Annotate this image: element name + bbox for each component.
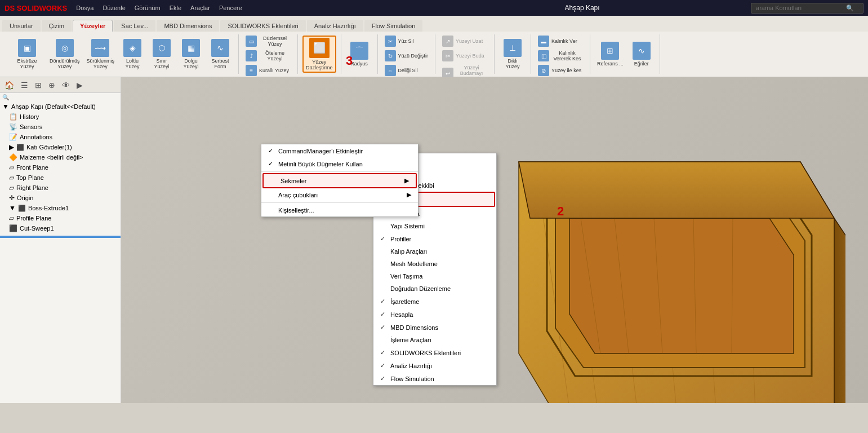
material-icon: 🔶 — [9, 153, 17, 161]
btn-loftlu-yuzey[interactable]: ◈ LoftluYüzey — [119, 38, 146, 70]
check-sub-hesapla: ✓ — [380, 311, 390, 318]
tab-mbd[interactable]: MBD Dimensions — [157, 20, 219, 32]
btn-dolgu-yuzeyi[interactable]: ▦ DolguYüzeyi — [177, 38, 204, 70]
menu-sep-1 — [261, 171, 418, 172]
btn-serbest-form[interactable]: ∿ SerbestForm — [207, 38, 234, 70]
svg-marker-10 — [569, 218, 794, 354]
sidebar-item-boss-extrude[interactable]: ▼ ⬛ Boss-Extrude1 — [0, 203, 121, 213]
sb-view-icon[interactable]: 👁 — [60, 79, 72, 91]
check-sub-profiller: ✓ — [380, 235, 390, 242]
sub-kalip[interactable]: Kalıp Araçları — [373, 245, 496, 258]
svg-marker-16 — [834, 218, 845, 403]
sb-grid-icon[interactable]: ⊞ — [33, 79, 44, 91]
sub-isaretleme[interactable]: ✓ İşaretleme — [373, 295, 496, 308]
btn-dondurulmus-yuzey[interactable]: ◎ DöndürülmüşYüzey — [47, 38, 82, 70]
tab-yuzeyler[interactable]: Yüzeyler — [73, 20, 113, 32]
btn-yuzu-degistir[interactable]: ↻ Yüzü Değiştir — [382, 49, 431, 63]
sb-list-icon[interactable]: ☰ — [19, 79, 30, 91]
menu-arac-cubuklari[interactable]: Araç çubukları ▶ — [261, 188, 418, 201]
check-sub-mbd: ✓ — [380, 324, 390, 331]
menu-sekmeler[interactable]: Sekmeler ▶ — [262, 173, 417, 188]
sidebar-item-origin[interactable]: ✛ Origin — [0, 193, 121, 203]
tab-unsurlar[interactable]: Unsurlar — [2, 20, 41, 32]
tab-cizim[interactable]: Çizim — [42, 20, 72, 32]
sidebar-item-annotations[interactable]: 📝 Annotations — [0, 132, 121, 142]
sub-hesapla[interactable]: ✓ Hesapla — [373, 308, 496, 321]
title-menu: Dosya Düzenle Görünüm Ekle Araçlar Pence… — [76, 5, 413, 11]
btn-egriler[interactable]: ∿ Eğriler — [628, 41, 655, 68]
menu-kisiselleştir[interactable]: Kişiselleştir... — [261, 204, 418, 216]
btn-ekstruze-yuzey[interactable]: ▣ Ekstrüze Yüzey — [9, 38, 45, 70]
btn-duzlemsel-yuzey[interactable]: ▭ Düzlemsel Yüzey — [243, 34, 293, 48]
menu-dosya[interactable]: Dosya — [76, 5, 94, 11]
arac-arrow-icon: ▶ — [407, 191, 411, 198]
btn-yuzeyi-uzat[interactable]: ↗ Yüzeyi Uzat — [440, 34, 485, 48]
window-title: Ahşap Kapı — [413, 4, 751, 12]
sub-isleme[interactable]: İşleme Araçları — [373, 334, 496, 346]
tab-flow[interactable]: Flow Simulation — [364, 20, 423, 32]
tab-sw-eklentileri[interactable]: SOLIDWORKS Eklentileri — [220, 20, 305, 32]
search-input[interactable] — [756, 5, 846, 11]
sb-home-icon[interactable]: 🏠 — [2, 79, 16, 91]
sidebar-item-sensors[interactable]: 📡 Sensors — [0, 122, 121, 132]
btn-deligi-sil[interactable]: ○ Deliği Sil — [382, 64, 420, 77]
solid-body-icon: ⬛ — [16, 144, 24, 151]
sub-mbd[interactable]: ✓ MBD Dimensions — [373, 321, 496, 334]
sidebar: 🏠 ☰ ⊞ ⊕ 👁 ▶ 🔍 ▼ Ahşap Kapı (Default<<Def… — [0, 77, 121, 403]
sidebar-item-cut-sweep[interactable]: ⬛ Cut-Sweep1 — [0, 223, 121, 233]
sb-arrow-icon[interactable]: ▶ — [74, 79, 85, 91]
sub-mesh[interactable]: Mesh Modelleme — [373, 258, 496, 270]
ribbon-tabs: Unsurlar Çizim Yüzeyler Sac Lev... MBD D… — [0, 16, 868, 32]
check-metinli: ✓ — [268, 160, 278, 167]
menu-duzenle[interactable]: Düzenle — [103, 5, 125, 11]
btn-yuz-sil[interactable]: ✂ Yüz Sil — [382, 34, 416, 48]
ribbon-content: ▣ Ekstrüze Yüzey ◎ DöndürülmüşYüzey ⟿ Sü… — [0, 32, 868, 77]
btn-yuzeyi-buda[interactable]: ✂ Yüzeyi Buda — [440, 49, 487, 63]
sub-flow-sim[interactable]: ✓ Flow Simulation — [373, 372, 496, 385]
btn-sinir-yuzeyi[interactable]: ⬡ SınırYüzeyi — [148, 38, 175, 70]
filter-icon: 🔍 — [0, 93, 121, 101]
origin-icon: ✛ — [9, 194, 15, 202]
menu-pencere[interactable]: Pencere — [219, 5, 242, 11]
btn-referans[interactable]: ⊞ Referans ... — [595, 41, 626, 68]
menu-commandmanager[interactable]: ✓ CommandManager'ı Etkinleştir — [261, 144, 418, 157]
sidebar-item-top-plane[interactable]: ▱ Top Plane — [0, 173, 121, 183]
sidebar-item-root[interactable]: ▼ Ahşap Kapı (Default<<Default) — [0, 101, 121, 112]
sidebar-item-profile-plane[interactable]: ▱ Profile Plane — [0, 213, 121, 223]
menu-gorunum[interactable]: Görünüm — [135, 5, 161, 11]
boss-icon: ▼ — [9, 204, 16, 212]
menu-araclar[interactable]: Araçlar — [190, 5, 210, 11]
btn-kalinlik-ver[interactable]: ▬ Kalınlık Ver — [536, 34, 580, 48]
tab-analiz[interactable]: Analiz Hazırlığı — [307, 20, 363, 32]
sidebar-toolbar: 🏠 ☰ ⊞ ⊕ 👁 ▶ — [0, 77, 121, 93]
sb-target-icon[interactable]: ⊕ — [46, 79, 57, 91]
tab-sac[interactable]: Sac Lev... — [114, 20, 155, 32]
sidebar-item-material[interactable]: 🔶 Malzeme <belirli değil> — [0, 152, 121, 162]
sub-sw-eklentileri[interactable]: ✓ SOLIDWORKS Eklentileri — [373, 346, 496, 359]
sidebar-item-front-plane[interactable]: ▱ Front Plane — [0, 162, 121, 173]
check-sub-analiz: ✓ — [380, 362, 390, 369]
sidebar-item-solid-bodies[interactable]: ▶ ⬛ Katı Gövdeler(1) — [0, 142, 121, 152]
root-label: Ahşap Kapı (Default<<Default) — [11, 103, 96, 110]
sub-analiz[interactable]: ✓ Analiz Hazırlığı — [373, 359, 496, 372]
btn-suruklenmis-yuzey[interactable]: ⟿ SürüklenmişYüzey — [84, 38, 117, 70]
profile-plane-icon: ▱ — [9, 214, 14, 222]
sidebar-item-right-plane[interactable]: ▱ Right Plane — [0, 183, 121, 193]
sub-yapi-sistemi[interactable]: Yapı Sistemi — [373, 220, 496, 232]
btn-oteleme-yuzeyi[interactable]: ⤴ Öteleme Yüzeyi — [243, 49, 293, 63]
btn-dikli-yuzey[interactable]: ⊥ DikliYüzey — [499, 38, 526, 70]
search-bar[interactable]: 🔍 — [751, 3, 863, 14]
sub-veri-tasima[interactable]: Veri Taşıma — [373, 270, 496, 282]
sidebar-item-history[interactable]: 📋 History — [0, 112, 121, 122]
menu-metinli[interactable]: ✓ Metinli Büyük Düğmeler Kullan — [261, 157, 418, 170]
btn-yuzey-duzlestirme[interactable]: ⬜ YüzeyDüzleştirme — [302, 36, 336, 73]
extend-group: ↗ Yüzeyi Uzat ✂ Yüzeyi Buda ↩ Yüzeyi Bud… — [435, 34, 495, 74]
check-commandmanager: ✓ — [268, 147, 278, 154]
sub-dogrudan[interactable]: Doğrudan Düzenleme — [373, 282, 496, 295]
btn-kuralli-yuzey[interactable]: ≡ Kurallı Yüzey — [243, 64, 291, 77]
sub-profiller[interactable]: ✓ Profiller — [373, 232, 496, 245]
btn-yuzey-ile-kes[interactable]: ⊘ Yüzey ile kes — [536, 64, 584, 77]
annotations-icon: 📝 — [9, 133, 17, 141]
menu-ekle[interactable]: Ekle — [170, 5, 181, 11]
btn-kalinlik-vererek-kes[interactable]: ◫ Kalınlık Vererek Kes — [536, 49, 585, 63]
